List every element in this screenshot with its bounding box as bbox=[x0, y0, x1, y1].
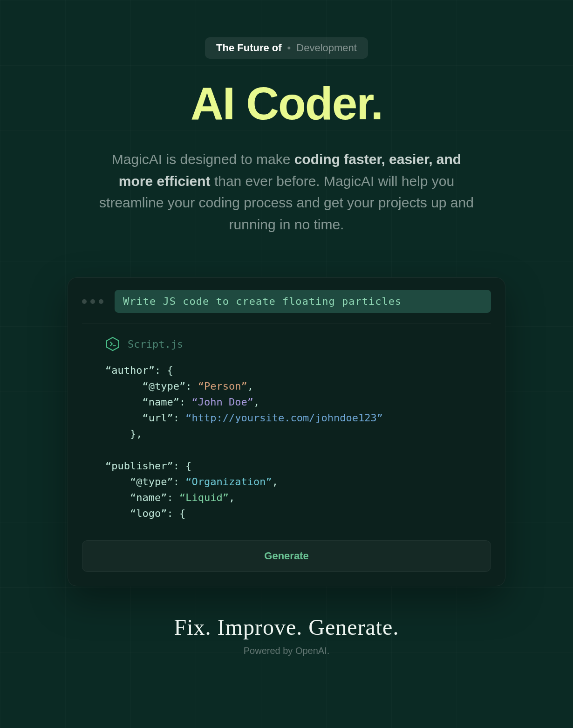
window-traffic-lights bbox=[82, 299, 103, 304]
hero-title: AI Coder. bbox=[191, 77, 382, 130]
generate-button[interactable]: Generate bbox=[82, 540, 491, 572]
code-block: “author”: { “@type”: “Person”, “name”: “… bbox=[82, 363, 491, 522]
tagline: Fix. Improve. Generate. bbox=[174, 614, 399, 640]
traffic-dot bbox=[99, 299, 103, 304]
editor-header: Write JS code to create floating particl… bbox=[82, 290, 491, 323]
file-header: Script.js bbox=[82, 337, 491, 351]
pill-prefix: The Future of bbox=[216, 42, 282, 54]
prompt-input[interactable]: Write JS code to create floating particl… bbox=[115, 290, 491, 313]
traffic-dot bbox=[82, 299, 87, 304]
pill-suffix: Development bbox=[296, 42, 357, 54]
dot-separator: • bbox=[287, 42, 291, 54]
context-pill: The Future of • Development bbox=[205, 37, 368, 59]
powered-by: Powered by OpenAI. bbox=[244, 646, 330, 656]
terminal-hex-icon bbox=[105, 337, 120, 351]
lead-paragraph: MagicAI is designed to make coding faste… bbox=[96, 149, 478, 235]
file-name: Script.js bbox=[128, 338, 183, 350]
traffic-dot bbox=[90, 299, 95, 304]
lead-pre: MagicAI is designed to make bbox=[112, 151, 294, 167]
code-editor-card: Write JS code to create floating particl… bbox=[68, 277, 505, 586]
